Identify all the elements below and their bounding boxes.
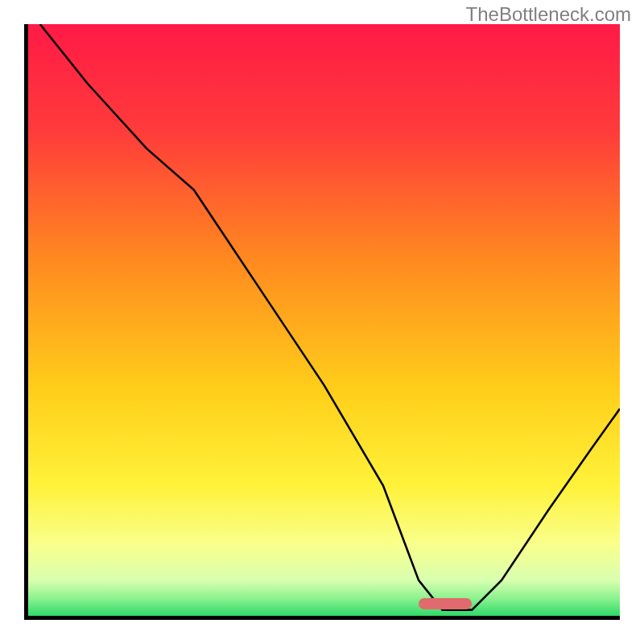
plot-area	[24, 24, 620, 620]
chart-container: TheBottleneck.com	[0, 0, 644, 644]
watermark-text: TheBottleneck.com	[466, 3, 631, 26]
optimal-range-marker	[419, 598, 472, 609]
bottleneck-curve	[28, 24, 620, 616]
